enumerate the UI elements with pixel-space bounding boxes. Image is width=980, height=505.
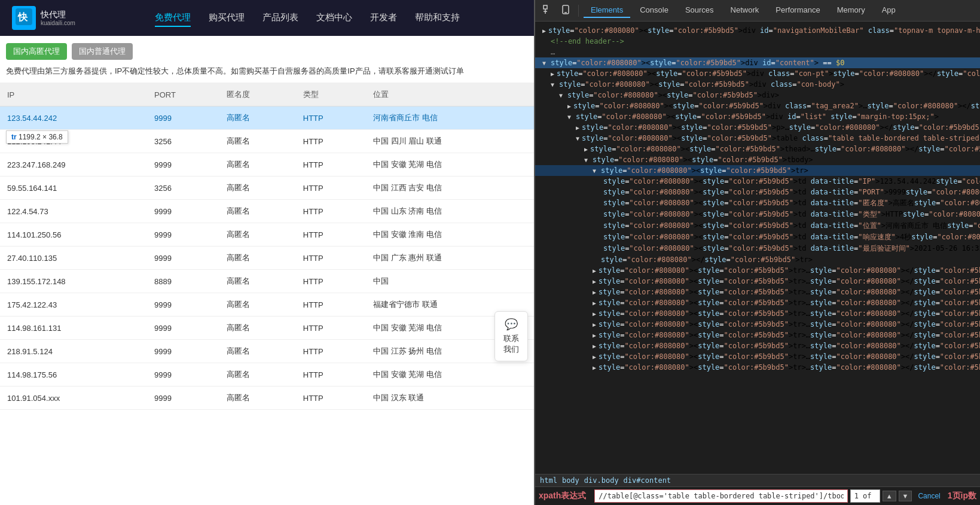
tooltip-tag: tr bbox=[11, 133, 17, 141]
table-row[interactable]: 123.54.44.2429999高匿名HTTP河南省商丘市 电信 bbox=[0, 107, 534, 130]
dom-content: style="color:#808080"><style="color:#5b9… bbox=[557, 69, 980, 78]
triangle-icon[interactable] bbox=[593, 311, 596, 317]
dom-line[interactable]: style="color:#808080"><style="color:#5b9… bbox=[535, 68, 980, 79]
device-icon[interactable] bbox=[558, 3, 573, 18]
nav-link-buy[interactable]: 购买代理 bbox=[209, 10, 245, 27]
dom-line[interactable]: style="color:#808080"><style="color:#5b9… bbox=[535, 351, 980, 362]
dom-line[interactable]: style="color:#808080"><style="color:#5b9… bbox=[535, 265, 980, 276]
dom-line[interactable]: style="color:#808080"><style="color:#5b9… bbox=[535, 25, 980, 36]
annotations-row: xpath表达式 ▲ ▼ Cancel 1页ip数 bbox=[535, 487, 980, 505]
table-row[interactable]: 101.91.054.xxx9999高匿名HTTP中国 汉东 联通 bbox=[0, 387, 534, 410]
table-row[interactable]: 139.155.172.1488889高匿名HTTP中国 bbox=[0, 270, 534, 293]
dom-line[interactable]: style="color:#808080"><style="color:#5b9… bbox=[535, 101, 980, 111]
triangle-icon[interactable] bbox=[584, 146, 588, 153]
dom-line[interactable]: style="color:#808080"><style="color:#5b9… bbox=[535, 57, 980, 68]
breadcrumb-item[interactable]: div#content bbox=[624, 476, 671, 485]
breadcrumb-item[interactable]: body bbox=[562, 476, 579, 485]
dom-line[interactable]: style="color:#808080"><style="color:#5b9… bbox=[535, 319, 980, 330]
dom-line[interactable]: style="color:#808080"><style="color:#5b9… bbox=[535, 90, 980, 101]
triangle-icon[interactable] bbox=[576, 124, 579, 131]
nav-link-docs[interactable]: 文档中心 bbox=[316, 10, 352, 27]
tab-high-anon[interactable]: 国内高匿代理 bbox=[6, 43, 67, 60]
triangle-icon[interactable] bbox=[593, 289, 596, 296]
nav-link-dev[interactable]: 开发者 bbox=[370, 10, 397, 27]
tab-app[interactable]: App bbox=[875, 3, 903, 18]
dom-line[interactable]: style="color:#808080"><style="color:#5b9… bbox=[535, 197, 980, 209]
triangle-icon[interactable] bbox=[576, 135, 579, 142]
page-input[interactable] bbox=[850, 489, 880, 503]
dom-line[interactable]: style="color:#808080"><style="color:#5b9… bbox=[535, 243, 980, 254]
triangle-icon[interactable] bbox=[593, 168, 599, 174]
tab-normal[interactable]: 国内普通代理 bbox=[72, 43, 133, 60]
table-row[interactable]: 175.42.122.439999高匿名HTTP福建省宁德市 联通 bbox=[0, 293, 534, 317]
breadcrumb-item[interactable]: div.body bbox=[584, 476, 619, 485]
triangle-icon[interactable] bbox=[567, 114, 573, 120]
nav-link-help[interactable]: 帮助和支持 bbox=[415, 10, 460, 27]
dom-line[interactable]: style="color:#808080"><style="color:#5b9… bbox=[535, 220, 980, 232]
dom-line[interactable]: style="color:#808080"><style="color:#5b9… bbox=[535, 122, 980, 133]
dom-line[interactable]: style="color:#808080"><style="color:#5b9… bbox=[535, 362, 980, 373]
triangle-icon[interactable] bbox=[559, 92, 565, 99]
triangle-icon[interactable] bbox=[593, 321, 596, 328]
tab-elements[interactable]: Elements bbox=[584, 3, 630, 18]
dom-line[interactable]: style="color:#808080"><style="color:#5b9… bbox=[535, 330, 980, 340]
triangle-icon[interactable] bbox=[593, 343, 596, 349]
nav-link-free[interactable]: 免费代理 bbox=[155, 10, 191, 27]
dom-line[interactable]: style="color:#808080"><style="color:#5b9… bbox=[535, 287, 980, 297]
triangle-icon[interactable] bbox=[551, 71, 554, 77]
table-row[interactable]: 223.247.168.2499999高匿名HTTP中国 安徽 芜湖 电信 bbox=[0, 153, 534, 177]
nav-up-arrow[interactable]: ▲ bbox=[883, 491, 896, 501]
triangle-icon[interactable] bbox=[542, 60, 548, 66]
tab-sources[interactable]: Sources bbox=[678, 3, 721, 18]
triangle-icon[interactable] bbox=[542, 28, 546, 34]
dom-line[interactable]: style="color:#808080"><style="color:#5b9… bbox=[535, 209, 980, 220]
xpath-input[interactable] bbox=[594, 489, 847, 503]
triangle-icon[interactable] bbox=[593, 364, 596, 371]
breadcrumb-item[interactable]: html bbox=[540, 476, 557, 485]
triangle-icon[interactable] bbox=[593, 332, 596, 339]
triangle-icon[interactable] bbox=[567, 103, 571, 109]
tab-network[interactable]: Network bbox=[723, 3, 767, 18]
inspect-icon[interactable] bbox=[540, 3, 555, 18]
table-row[interactable]: 122.4.54.739999高匿名HTTP中国 山东 济南 电信 bbox=[0, 200, 534, 223]
tab-console[interactable]: Console bbox=[633, 3, 676, 18]
cancel-button[interactable]: Cancel bbox=[914, 491, 944, 501]
nav-link-products[interactable]: 产品列表 bbox=[262, 10, 298, 27]
dom-line[interactable]: style="color:#808080"></style="color:#5b… bbox=[535, 254, 980, 265]
triangle-icon[interactable] bbox=[584, 157, 590, 163]
dom-line[interactable]: … bbox=[535, 47, 980, 57]
triangle-icon[interactable] bbox=[593, 354, 596, 360]
dom-line[interactable]: style="color:#808080"><style="color:#5b9… bbox=[535, 276, 980, 287]
dom-tree[interactable]: style="color:#808080"><style="color:#5b9… bbox=[535, 22, 980, 474]
tab-row: 国内高匿代理 国内普通代理 bbox=[0, 36, 534, 60]
dom-line[interactable]: style="color:#808080"><style="color:#5b9… bbox=[535, 154, 980, 165]
dom-line[interactable]: style="color:#808080"><style="color:#5b9… bbox=[535, 176, 980, 187]
nav-down-arrow[interactable]: ▼ bbox=[899, 491, 912, 501]
dom-line[interactable]: style="color:#808080"><style="color:#5b9… bbox=[535, 232, 980, 243]
table-row[interactable]: 112.195.241.443256高匿名HTTP中国 四川 眉山 联通 bbox=[0, 130, 534, 153]
triangle-icon[interactable] bbox=[551, 81, 557, 88]
tab-performance[interactable]: Performance bbox=[768, 3, 827, 18]
table-row[interactable]: 218.91.5.1249999高匿名HTTP中国 江苏 扬州 电信 bbox=[0, 340, 534, 363]
dom-line[interactable]: <!--end header--> bbox=[535, 36, 980, 47]
triangle-icon[interactable] bbox=[593, 278, 596, 285]
table-row[interactable]: 27.40.110.1359999高匿名HTTP中国 广东 惠州 联通 bbox=[0, 247, 534, 270]
tab-memory[interactable]: Memory bbox=[830, 3, 872, 18]
table-row[interactable]: 59.55.164.1413256高匿名HTTP中国 江西 吉安 电信 bbox=[0, 177, 534, 200]
dom-line[interactable]: style="color:#808080"><style="color:#5b9… bbox=[535, 340, 980, 351]
dom-line[interactable]: style="color:#808080"><style="color:#5b9… bbox=[535, 297, 980, 308]
dom-line[interactable]: style="color:#808080"><style="color:#5b9… bbox=[535, 79, 980, 90]
dom-line[interactable]: style="color:#808080"><style="color:#5b9… bbox=[535, 187, 980, 197]
table-row[interactable]: 114.101.250.569999高匿名HTTP中国 安徽 淮南 电信 bbox=[0, 223, 534, 247]
table-row[interactable]: 114.98.175.569999高匿名HTTP中国 安徽 芜湖 电信 bbox=[0, 363, 534, 387]
chat-widget[interactable]: 💬 联系我们 bbox=[494, 311, 528, 361]
table-wrapper[interactable]: IP PORT 匿名度 类型 位置 123.54.44.2429999高匿名HT… bbox=[0, 83, 534, 505]
dom-line[interactable]: style="color:#808080"><style="color:#5b9… bbox=[535, 111, 980, 122]
dom-line[interactable]: style="color:#808080"><style="color:#5b9… bbox=[535, 144, 980, 154]
dom-line[interactable]: style="color:#808080"><style="color:#5b9… bbox=[535, 165, 980, 176]
table-row[interactable]: 114.98.161.1319999高匿名HTTP中国 安徽 芜湖 电信 bbox=[0, 317, 534, 340]
dom-line[interactable]: style="color:#808080"><style="color:#5b9… bbox=[535, 308, 980, 319]
triangle-icon[interactable] bbox=[593, 267, 596, 274]
triangle-icon[interactable] bbox=[593, 300, 596, 306]
dom-line[interactable]: style="color:#808080"><style="color:#5b9… bbox=[535, 133, 980, 144]
